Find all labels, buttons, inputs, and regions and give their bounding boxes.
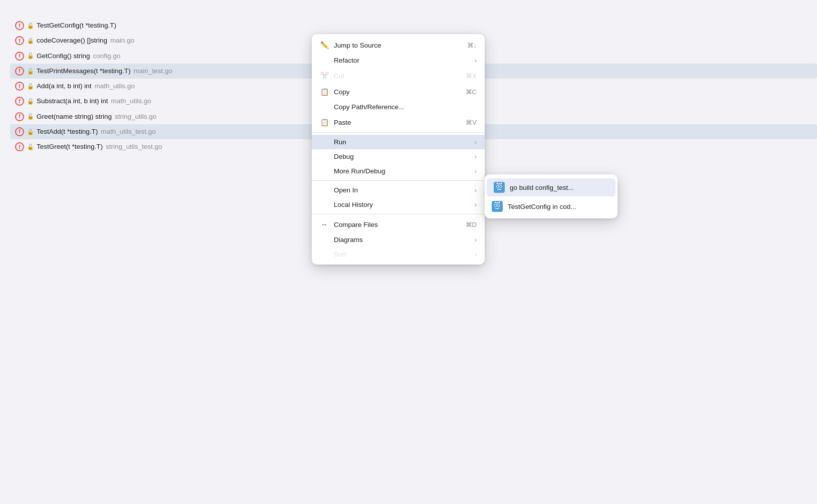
go-run-icon xyxy=(492,201,503,212)
menu-label-jump-to-source: Jump to Source xyxy=(334,42,381,49)
menu-shortcut-compare-files: ⌘D xyxy=(466,221,477,228)
menu-arrow-run: › xyxy=(475,139,477,146)
menu-item-jump-to-source[interactable]: ✏️Jump to Source⌘↓ xyxy=(312,37,485,53)
jump-to-source-icon: ✏️ xyxy=(320,41,329,50)
menu-shortcut-paste: ⌘V xyxy=(466,119,477,126)
submenu-item-go-build[interactable]: go build config_test... xyxy=(487,178,616,196)
func-icon: f xyxy=(15,97,24,106)
unlock-icon: 🔓 xyxy=(27,82,34,91)
menu-label-cut: Cut xyxy=(334,72,344,80)
svg-point-11 xyxy=(495,205,496,206)
menu-label-sort: Sort xyxy=(334,250,346,258)
item-name: Greet(name string) string xyxy=(37,112,112,122)
item-name: Substract(a int, b int) int xyxy=(37,96,108,106)
func-icon: f xyxy=(15,21,24,30)
menu-divider xyxy=(312,132,485,133)
item-name: codeCoverage() []string xyxy=(37,36,107,46)
menu-arrow-more-run-debug: › xyxy=(475,168,477,175)
menu-label-more-run-debug: More Run/Debug xyxy=(334,167,385,175)
item-name: GetConfig() string xyxy=(37,51,90,61)
item-file: config.go xyxy=(93,51,121,61)
func-icon: f xyxy=(15,112,24,121)
menu-label-local-history: Local History xyxy=(334,201,373,208)
item-name: Add(a int, b int) int xyxy=(37,81,92,91)
item-name: TestGreet(t *testing.T) xyxy=(37,142,103,152)
menu-item-more-run-debug[interactable]: More Run/Debug› xyxy=(312,164,485,178)
menu-arrow-open-in: › xyxy=(475,187,477,194)
menu-item-refactor[interactable]: Refactor› xyxy=(312,53,485,68)
func-icon: f xyxy=(15,127,24,136)
menu-label-run: Run xyxy=(334,138,346,146)
submenu-label-test-get-config: TestGetConfig in cod... xyxy=(508,203,576,210)
func-icon: f xyxy=(15,67,24,76)
item-name: TestGetConfig(t *testing.T) xyxy=(37,21,116,31)
func-icon: f xyxy=(15,52,24,61)
menu-arrow-debug: › xyxy=(475,153,477,160)
svg-rect-13 xyxy=(496,202,498,203)
menu-label-refactor: Refactor xyxy=(334,57,359,64)
menu-label-copy: Copy xyxy=(334,88,350,96)
compare-files-icon: ↔ xyxy=(320,220,329,229)
menu-shortcut-jump-to-source: ⌘↓ xyxy=(467,42,477,49)
submenu-item-test-get-config[interactable]: TestGetConfig in cod... xyxy=(485,197,618,215)
menu-label-paste: Paste xyxy=(334,119,351,126)
unlock-icon: 🔓 xyxy=(27,22,34,30)
menu-item-paste[interactable]: 📋Paste⌘V xyxy=(312,114,485,130)
item-file: math_utils_test.go xyxy=(101,127,156,137)
func-icon: f xyxy=(15,142,24,151)
unlock-icon: 🔓 xyxy=(27,67,34,76)
item-file: string_utils_test.go xyxy=(106,142,162,152)
menu-arrow-refactor: › xyxy=(475,57,477,64)
menu-label-debug: Debug xyxy=(334,153,354,160)
unlock-icon: 🔓 xyxy=(27,143,34,151)
submenu-label-go-build: go build config_test... xyxy=(510,184,574,191)
structure-item[interactable]: f🔓TestGetConfig(t *testing.T) xyxy=(10,18,817,33)
context-menu: ✏️Jump to Source⌘↓Refactor›✂️Cut⌘X📋Copy⌘… xyxy=(312,34,485,265)
func-icon: f xyxy=(15,82,24,91)
cut-icon: ✂️ xyxy=(320,71,329,80)
svg-point-3 xyxy=(497,186,498,187)
run-submenu: go build config_test... TestGetConfig in… xyxy=(485,174,618,218)
menu-item-diagrams[interactable]: Diagrams› xyxy=(312,232,485,247)
svg-point-6 xyxy=(497,183,498,184)
menu-label-diagrams: Diagrams xyxy=(334,236,363,243)
func-icon: f xyxy=(15,36,24,45)
item-file: main_test.go xyxy=(134,66,172,76)
paste-icon: 📋 xyxy=(320,118,329,127)
svg-point-14 xyxy=(495,202,496,203)
svg-point-12 xyxy=(498,205,499,206)
unlock-icon: 🔓 xyxy=(27,128,34,136)
menu-item-local-history[interactable]: Local History› xyxy=(312,197,485,212)
lock-icon: 🔒 xyxy=(27,37,34,45)
svg-point-4 xyxy=(500,186,501,187)
unlock-icon: 🔓 xyxy=(27,52,34,60)
copy-icon: 📋 xyxy=(320,87,329,96)
menu-arrow-diagrams: › xyxy=(475,236,477,243)
menu-shortcut-cut: ⌘X xyxy=(466,72,477,80)
item-name: TestPrintMessages(t *testing.T) xyxy=(37,66,131,76)
menu-item-compare-files[interactable]: ↔Compare Files⌘D xyxy=(312,216,485,232)
svg-point-7 xyxy=(501,183,502,184)
unlock-icon: 🔓 xyxy=(27,112,34,121)
menu-item-copy-path[interactable]: Copy Path/Reference... xyxy=(312,100,485,114)
menu-arrow-sort: › xyxy=(475,251,477,258)
unlock-icon: 🔓 xyxy=(27,97,34,106)
svg-rect-5 xyxy=(498,183,500,184)
menu-item-cut: ✂️Cut⌘X xyxy=(312,68,485,84)
menu-label-compare-files: Compare Files xyxy=(334,221,378,228)
item-file: main.go xyxy=(110,36,134,46)
menu-label-copy-path: Copy Path/Reference... xyxy=(334,103,404,111)
menu-divider xyxy=(312,180,485,181)
menu-item-open-in[interactable]: Open In› xyxy=(312,183,485,197)
menu-item-debug[interactable]: Debug› xyxy=(312,149,485,164)
item-name: TestAdd(t *testing.T) xyxy=(37,127,98,137)
item-file: string_utils.go xyxy=(115,112,156,122)
menu-arrow-local-history: › xyxy=(475,201,477,208)
menu-shortcut-copy: ⌘C xyxy=(466,88,477,96)
item-file: math_utils.go xyxy=(111,96,151,106)
svg-point-15 xyxy=(499,202,500,203)
menu-item-run[interactable]: Run› xyxy=(312,135,485,149)
menu-item-copy[interactable]: 📋Copy⌘C xyxy=(312,84,485,100)
menu-label-open-in: Open In xyxy=(334,186,358,194)
menu-item-sort: Sort› xyxy=(312,247,485,262)
